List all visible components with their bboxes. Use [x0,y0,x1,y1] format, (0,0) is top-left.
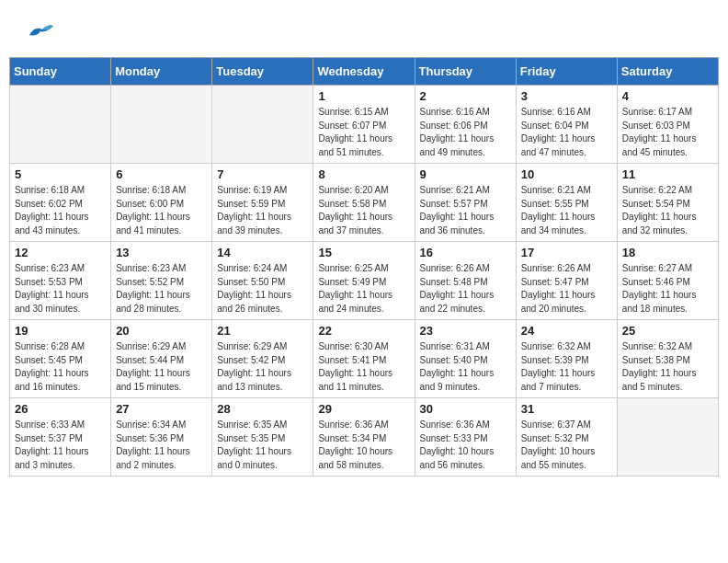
day-number: 12 [15,246,106,259]
day-number: 17 [521,246,612,259]
calendar-cell: 9Sunrise: 6:21 AM Sunset: 5:57 PM Daylig… [415,164,516,242]
calendar-cell: 10Sunrise: 6:21 AM Sunset: 5:55 PM Dayli… [516,164,617,242]
weekday-header-thursday: Thursday [415,58,516,86]
calendar-cell: 8Sunrise: 6:20 AM Sunset: 5:58 PM Daylig… [313,164,415,242]
day-number: 16 [420,246,511,259]
day-number: 27 [116,402,207,416]
calendar-cell: 3Sunrise: 6:16 AM Sunset: 6:04 PM Daylig… [516,86,617,164]
cell-info: Sunrise: 6:34 AM Sunset: 5:36 PM Dayligh… [116,419,207,472]
day-number: 26 [15,402,106,416]
calendar-cell: 5Sunrise: 6:18 AM Sunset: 6:02 PM Daylig… [10,164,111,242]
cell-info: Sunrise: 6:20 AM Sunset: 5:58 PM Dayligh… [318,184,409,237]
cell-info: Sunrise: 6:16 AM Sunset: 6:04 PM Dayligh… [521,106,612,159]
day-number: 20 [116,324,207,338]
calendar-cell: 29Sunrise: 6:36 AM Sunset: 5:34 PM Dayli… [313,398,415,477]
calendar-cell: 2Sunrise: 6:16 AM Sunset: 6:06 PM Daylig… [415,86,516,164]
day-number: 18 [622,246,713,259]
cell-info: Sunrise: 6:29 AM Sunset: 5:42 PM Dayligh… [217,340,308,394]
calendar-cell: 11Sunrise: 6:22 AM Sunset: 5:54 PM Dayli… [617,164,718,242]
day-number: 2 [420,89,511,103]
cell-info: Sunrise: 6:24 AM Sunset: 5:50 PM Dayligh… [217,262,308,316]
calendar-week-2: 5Sunrise: 6:18 AM Sunset: 6:02 PM Daylig… [10,164,719,242]
calendar-week-4: 19Sunrise: 6:28 AM Sunset: 5:45 PM Dayli… [10,320,719,398]
calendar-cell [10,86,111,164]
weekday-header-monday: Monday [111,58,212,86]
day-number: 6 [116,167,207,181]
cell-info: Sunrise: 6:16 AM Sunset: 6:06 PM Dayligh… [420,106,511,159]
weekday-header-saturday: Saturday [617,58,718,86]
cell-info: Sunrise: 6:33 AM Sunset: 5:37 PM Dayligh… [15,419,106,472]
page-header [0,0,728,57]
calendar-cell: 25Sunrise: 6:32 AM Sunset: 5:38 PM Dayli… [617,320,718,398]
day-number: 22 [318,324,409,338]
calendar-cell: 16Sunrise: 6:26 AM Sunset: 5:48 PM Dayli… [415,242,516,320]
cell-info: Sunrise: 6:26 AM Sunset: 5:47 PM Dayligh… [521,262,612,316]
calendar-cell: 20Sunrise: 6:29 AM Sunset: 5:44 PM Dayli… [111,320,212,398]
cell-info: Sunrise: 6:17 AM Sunset: 6:03 PM Dayligh… [622,106,713,159]
cell-info: Sunrise: 6:18 AM Sunset: 6:00 PM Dayligh… [116,184,207,237]
weekday-header-wednesday: Wednesday [313,58,415,86]
calendar-cell: 23Sunrise: 6:31 AM Sunset: 5:40 PM Dayli… [415,320,516,398]
day-number: 3 [521,89,612,103]
calendar-cell: 4Sunrise: 6:17 AM Sunset: 6:03 PM Daylig… [617,86,718,164]
day-number: 19 [15,324,106,338]
weekday-header-tuesday: Tuesday [212,58,313,86]
day-number: 7 [217,167,308,181]
weekday-row: SundayMondayTuesdayWednesdayThursdayFrid… [10,58,719,86]
day-number: 1 [318,89,409,103]
cell-info: Sunrise: 6:22 AM Sunset: 5:54 PM Dayligh… [622,184,713,237]
day-number: 15 [318,246,409,259]
calendar-cell: 24Sunrise: 6:32 AM Sunset: 5:39 PM Dayli… [516,320,617,398]
calendar-cell: 28Sunrise: 6:35 AM Sunset: 5:35 PM Dayli… [212,398,313,477]
cell-info: Sunrise: 6:15 AM Sunset: 6:07 PM Dayligh… [318,106,409,159]
calendar-cell: 31Sunrise: 6:37 AM Sunset: 5:32 PM Dayli… [516,398,617,477]
cell-info: Sunrise: 6:29 AM Sunset: 5:44 PM Dayligh… [116,340,207,394]
calendar-cell [212,86,313,164]
calendar-cell: 21Sunrise: 6:29 AM Sunset: 5:42 PM Dayli… [212,320,313,398]
calendar-body: 1Sunrise: 6:15 AM Sunset: 6:07 PM Daylig… [10,86,719,477]
day-number: 10 [521,167,612,181]
day-number: 4 [622,89,713,103]
calendar-week-3: 12Sunrise: 6:23 AM Sunset: 5:53 PM Dayli… [10,242,719,320]
calendar-cell: 26Sunrise: 6:33 AM Sunset: 5:37 PM Dayli… [10,398,111,477]
calendar-cell: 14Sunrise: 6:24 AM Sunset: 5:50 PM Dayli… [212,242,313,320]
calendar-cell: 18Sunrise: 6:27 AM Sunset: 5:46 PM Dayli… [617,242,718,320]
logo [22,17,59,50]
calendar-week-5: 26Sunrise: 6:33 AM Sunset: 5:37 PM Dayli… [10,398,719,477]
calendar-cell: 6Sunrise: 6:18 AM Sunset: 6:00 PM Daylig… [111,164,212,242]
day-number: 28 [217,402,308,416]
cell-info: Sunrise: 6:27 AM Sunset: 5:46 PM Dayligh… [622,262,713,316]
cell-info: Sunrise: 6:21 AM Sunset: 5:55 PM Dayligh… [521,184,612,237]
calendar-cell: 30Sunrise: 6:36 AM Sunset: 5:33 PM Dayli… [415,398,516,477]
day-number: 8 [318,167,409,181]
day-number: 30 [420,402,511,416]
calendar-cell: 13Sunrise: 6:23 AM Sunset: 5:52 PM Dayli… [111,242,212,320]
cell-info: Sunrise: 6:31 AM Sunset: 5:40 PM Dayligh… [420,340,511,394]
day-number: 13 [116,246,207,259]
cell-info: Sunrise: 6:19 AM Sunset: 5:59 PM Dayligh… [217,184,308,237]
calendar-cell: 22Sunrise: 6:30 AM Sunset: 5:41 PM Dayli… [313,320,415,398]
calendar-cell: 15Sunrise: 6:25 AM Sunset: 5:49 PM Dayli… [313,242,415,320]
calendar-table: SundayMondayTuesdayWednesdayThursdayFrid… [9,57,719,477]
cell-info: Sunrise: 6:23 AM Sunset: 5:52 PM Dayligh… [116,262,207,316]
calendar-cell [617,398,718,477]
calendar-cell: 27Sunrise: 6:34 AM Sunset: 5:36 PM Dayli… [111,398,212,477]
day-number: 25 [622,324,713,338]
logo-icon [22,17,55,50]
cell-info: Sunrise: 6:23 AM Sunset: 5:53 PM Dayligh… [15,262,106,316]
day-number: 23 [420,324,511,338]
day-number: 31 [521,402,612,416]
cell-info: Sunrise: 6:18 AM Sunset: 6:02 PM Dayligh… [15,184,106,237]
cell-info: Sunrise: 6:37 AM Sunset: 5:32 PM Dayligh… [521,419,612,472]
weekday-header-friday: Friday [516,58,617,86]
cell-info: Sunrise: 6:32 AM Sunset: 5:39 PM Dayligh… [521,340,612,394]
calendar-cell: 12Sunrise: 6:23 AM Sunset: 5:53 PM Dayli… [10,242,111,320]
day-number: 11 [622,167,713,181]
day-number: 9 [420,167,511,181]
calendar-cell [111,86,212,164]
weekday-header-sunday: Sunday [10,58,111,86]
cell-info: Sunrise: 6:21 AM Sunset: 5:57 PM Dayligh… [420,184,511,237]
day-number: 5 [15,167,106,181]
cell-info: Sunrise: 6:36 AM Sunset: 5:33 PM Dayligh… [420,419,511,472]
calendar-week-1: 1Sunrise: 6:15 AM Sunset: 6:07 PM Daylig… [10,86,719,164]
